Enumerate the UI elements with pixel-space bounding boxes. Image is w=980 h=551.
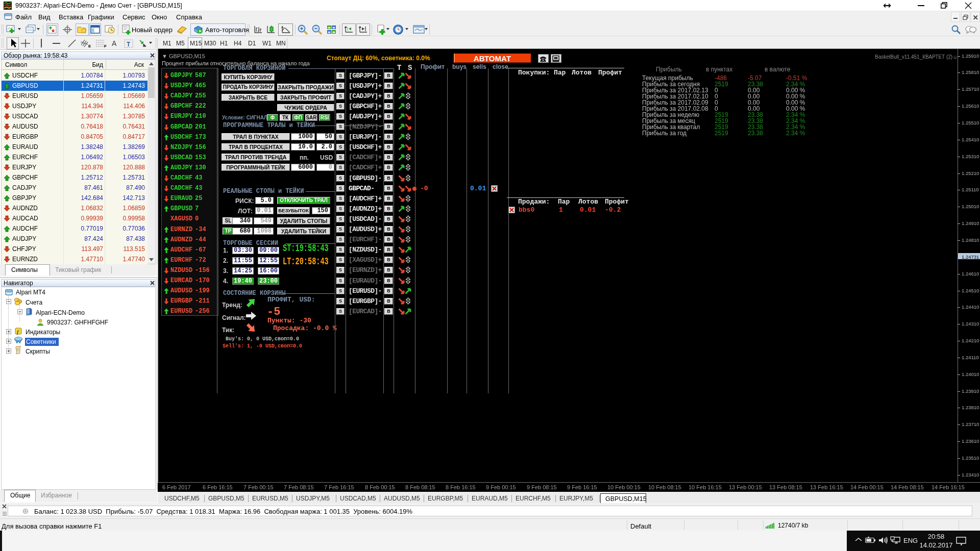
svg-text:F: F [104, 44, 107, 48]
svg-text:E: E [88, 44, 91, 48]
svg-text:T: T [127, 41, 131, 48]
